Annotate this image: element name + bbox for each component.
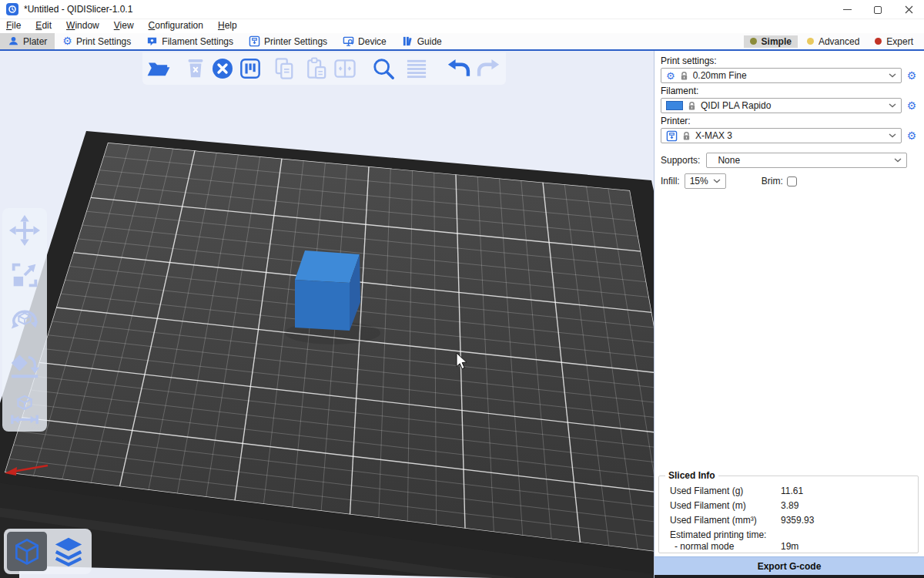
move-tool-button[interactable] xyxy=(7,213,42,248)
place-on-face-tool-button[interactable] xyxy=(7,347,42,382)
tab-label: Printer Settings xyxy=(264,36,327,47)
undo-icon xyxy=(447,57,470,80)
filament-color-swatch xyxy=(666,101,683,110)
sliced-info-row: Used Filament (g) 11.61 xyxy=(670,485,918,497)
printer-value: X-MAX 3 xyxy=(695,130,884,141)
menu-window[interactable]: Window xyxy=(66,20,107,32)
measure-icon xyxy=(8,393,41,425)
split-icon xyxy=(333,59,357,79)
mode-simple[interactable]: Simple xyxy=(744,35,798,48)
model-cube[interactable] xyxy=(295,250,360,331)
menu-edit[interactable]: Edit xyxy=(35,20,59,32)
search-button[interactable] xyxy=(372,56,395,81)
layer-height-button[interactable] xyxy=(406,56,427,81)
close-icon xyxy=(905,5,913,14)
brim-label: Brim: xyxy=(762,176,783,187)
delete-all-icon xyxy=(212,58,233,79)
delete-button[interactable] xyxy=(186,56,206,81)
simple-dot-icon xyxy=(750,38,757,45)
tab-bar: Plater ⚙ Print Settings Filament Setting… xyxy=(0,33,924,49)
mode-label: Expert xyxy=(886,36,913,47)
estimated-time-label: Estimated printing time: xyxy=(670,529,918,541)
sliced-info-row: Used Filament (m) 3.89 xyxy=(670,499,918,512)
rotate-icon xyxy=(8,304,41,336)
search-icon xyxy=(372,57,395,80)
open-file-button[interactable] xyxy=(147,56,170,81)
scale-tool-button[interactable] xyxy=(7,257,42,293)
layers-view-icon xyxy=(52,536,85,568)
arrange-icon xyxy=(239,58,261,79)
minimize-button[interactable] xyxy=(832,0,862,19)
maximize-icon xyxy=(874,6,882,14)
edit-filament-button[interactable]: ⚙ xyxy=(906,99,918,112)
tab-filament-settings[interactable]: Filament Settings xyxy=(139,33,241,49)
printer-icon xyxy=(666,130,678,142)
menu-view[interactable]: View xyxy=(114,20,142,32)
app-logo-icon xyxy=(6,3,18,15)
menu-help[interactable]: Help xyxy=(218,20,245,32)
maximize-button[interactable] xyxy=(862,0,893,19)
place-on-face-icon xyxy=(8,348,41,381)
move-icon xyxy=(8,214,41,247)
edit-print-settings-button[interactable]: ⚙ xyxy=(906,69,918,82)
chevron-down-icon xyxy=(889,133,896,138)
export-gcode-button[interactable]: Export G-code xyxy=(654,556,924,575)
tab-print-settings[interactable]: ⚙ Print Settings xyxy=(55,33,139,49)
menu-file[interactable]: File xyxy=(6,20,28,32)
advanced-dot-icon xyxy=(807,38,814,45)
measure-tool-button[interactable] xyxy=(7,391,42,427)
brim-checkbox[interactable] xyxy=(787,176,797,187)
filament-combo[interactable]: QIDI PLA Rapido xyxy=(661,98,902,113)
tab-plater[interactable]: Plater xyxy=(0,33,55,49)
window-title: *Untitled - QIDISlicer-1.0.1 xyxy=(24,4,132,15)
filament-value: QIDI PLA Rapido xyxy=(701,100,884,111)
expert-dot-icon xyxy=(875,38,882,45)
tab-device[interactable]: Device xyxy=(335,33,394,49)
settings-panel: Print settings: ⚙ 0.20mm Fine ⚙ Filament… xyxy=(654,51,924,578)
minimize-icon xyxy=(843,9,852,10)
split-button[interactable] xyxy=(333,56,357,81)
rotate-tool-button[interactable] xyxy=(7,302,42,338)
print-settings-combo[interactable]: ⚙ 0.20mm Fine xyxy=(661,68,902,83)
tab-guide[interactable]: Guide xyxy=(394,33,450,49)
scale-icon xyxy=(8,259,41,291)
copy-button[interactable] xyxy=(273,56,295,81)
used-filament-g-value: 11.61 xyxy=(781,485,803,497)
window-bottom-edge xyxy=(654,575,924,578)
arrange-button[interactable] xyxy=(239,56,261,81)
supports-value: None xyxy=(711,155,889,166)
printer-combo[interactable]: X-MAX 3 xyxy=(661,128,902,143)
mode-advanced[interactable]: Advanced xyxy=(801,35,865,48)
supports-label: Supports: xyxy=(661,155,700,166)
preview-view-button[interactable] xyxy=(49,532,89,571)
paste-button[interactable] xyxy=(306,56,327,81)
chevron-down-icon xyxy=(889,103,896,108)
normal-mode-row: - normal mode 19m xyxy=(675,541,918,553)
sliced-info-title: Sliced Info xyxy=(665,470,718,481)
menu-bar: File Edit Window View Configuration Help xyxy=(0,19,924,33)
trash-icon xyxy=(186,58,206,79)
layers-lines-icon xyxy=(406,59,427,79)
menu-configuration[interactable]: Configuration xyxy=(149,20,211,32)
tab-label: Filament Settings xyxy=(162,36,233,47)
mode-expert[interactable]: Expert xyxy=(869,35,919,48)
printer-settings-icon xyxy=(249,35,260,47)
redo-button[interactable] xyxy=(477,56,500,81)
guide-icon xyxy=(402,35,413,47)
undo-button[interactable] xyxy=(447,56,470,81)
gizmo-toolbar xyxy=(2,208,47,432)
print-time-value: 19m xyxy=(781,541,798,553)
chevron-down-icon xyxy=(889,73,896,78)
lock-icon xyxy=(680,71,688,81)
edit-printer-button[interactable]: ⚙ xyxy=(906,129,918,142)
3d-viewport[interactable] xyxy=(0,51,654,578)
delete-all-button[interactable] xyxy=(212,56,233,81)
editor-view-button[interactable] xyxy=(7,532,47,571)
infill-combo[interactable]: 15% xyxy=(685,173,726,189)
view-mode-switch xyxy=(4,529,92,574)
tab-printer-settings[interactable]: Printer Settings xyxy=(241,33,335,49)
supports-combo[interactable]: None xyxy=(706,153,907,168)
close-button[interactable] xyxy=(893,0,924,19)
infill-label: Infill: xyxy=(661,176,680,187)
3d-view-icon xyxy=(12,536,42,567)
